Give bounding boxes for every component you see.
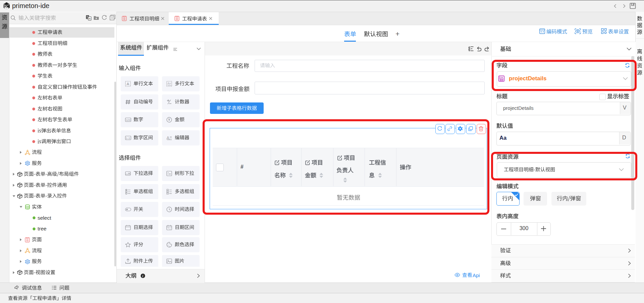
svg-text:A: A [168, 82, 170, 85]
svg-text:A: A [89, 17, 91, 20]
svg-text:1~3: 1~3 [126, 137, 130, 139]
svg-text:A: A [127, 82, 129, 86]
svg-text:i: i [142, 274, 143, 278]
svg-text:123: 123 [126, 119, 130, 122]
svg-text:¥: ¥ [168, 118, 170, 122]
